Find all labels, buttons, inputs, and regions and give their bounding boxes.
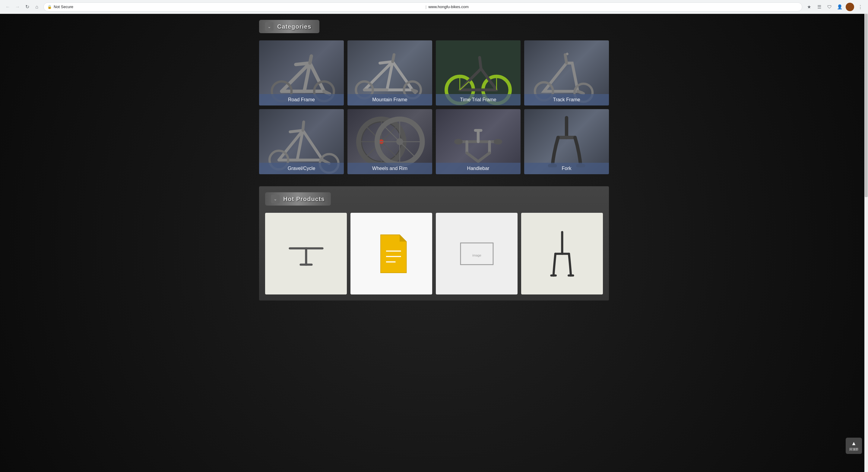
shield-button[interactable]: 🛡 [825,3,834,11]
svg-line-69 [478,153,490,162]
hot-product-image-1 [265,213,347,295]
hot-product-image-2 [350,213,432,295]
fork-label: Fork [524,163,609,174]
svg-line-26 [479,58,481,69]
svg-text:image: image [472,254,481,257]
categories-title: Categories [277,23,311,30]
road-frame-label: Road Frame [259,94,344,105]
bookmark-list-button[interactable]: ☰ [815,3,824,11]
menu-button[interactable]: ⋮ [856,3,864,11]
back-to-top-button[interactable]: ▲ 回顶部 [846,438,862,454]
svg-line-6 [310,56,312,63]
svg-line-30 [565,55,567,63]
account-button[interactable]: 👤 [835,3,844,11]
category-item-handlebar[interactable]: Handlebar [436,109,521,174]
categories-header-bar: ⌄ Categories [259,20,319,33]
svg-line-5 [296,63,310,65]
back-to-top-label: 回顶部 [849,447,858,451]
home-button[interactable]: ⌂ [33,3,41,11]
mountain-frame-label: Mountain Frame [347,94,432,105]
svg-line-32 [578,91,582,93]
back-button[interactable]: ← [4,3,12,11]
forward-button[interactable]: → [13,3,22,11]
hot-product-item-1[interactable] [265,213,347,295]
category-item-mountain-frame[interactable]: Mountain Frame [347,40,432,105]
categories-section-header: ⌄ Categories [259,20,609,33]
hot-products-header-bar: ⌄ Hot Products [265,192,331,206]
hot-product-image-4 [521,213,603,295]
main-container: ⌄ Categories [253,20,615,301]
categories-grid: Road Frame [259,40,609,174]
hot-products-title: Hot Products [283,196,325,203]
gravel-cycle-label: Gravel/Cycle [259,163,344,174]
svg-point-73 [494,139,502,145]
not-secure-label: Not Secure [54,4,424,9]
svg-point-72 [454,139,463,145]
hot-product-item-4[interactable] [521,213,603,295]
address-bar[interactable]: 🔒 Not Secure | www.hongfu-bikes.com [43,2,802,11]
scrollbar-track[interactable] [864,14,868,472]
time-trial-frame-label: Time Trial Frame [436,94,521,105]
page-content: ⌄ Categories [0,14,868,472]
svg-line-42 [303,122,304,131]
category-item-wheels-and-rim[interactable]: Wheels and Rim [347,109,432,174]
svg-line-68 [467,153,478,162]
svg-line-15 [393,55,394,62]
svg-line-14 [380,62,393,63]
url-display: www.hongfu-bikes.com [428,4,798,9]
svg-line-35 [567,53,568,55]
hot-products-section-header: ⌄ Hot Products [265,192,603,206]
hot-product-item-2[interactable] [350,213,432,295]
hot-products-section: ⌄ Hot Products [259,186,609,301]
back-to-top-arrow: ▲ [851,440,857,447]
svg-line-10 [393,62,412,90]
hot-product-item-3[interactable]: image [436,213,518,295]
security-icon: 🔒 [48,5,52,9]
svg-line-40 [290,131,303,132]
category-item-time-trial-frame[interactable]: Time Trial Frame [436,40,521,105]
url-separator: | [426,4,427,9]
browser-chrome: ← → ↻ ⌂ 🔒 Not Secure | www.hongfu-bikes.… [0,0,868,14]
bookmark-star-button[interactable]: ★ [805,3,813,11]
wheels-and-rim-label: Wheels and Rim [347,163,432,174]
user-avatar[interactable] [846,3,854,11]
hot-products-grid: image [265,213,603,295]
category-item-fork[interactable]: Fork [524,109,609,174]
scrollbar-thumb[interactable] [865,14,868,197]
track-frame-label: Track Frame [524,94,609,105]
category-item-track-frame[interactable]: Track Frame [524,40,609,105]
svg-line-1 [310,63,324,91]
categories-chevron-icon: ⌄ [265,22,274,31]
reload-button[interactable]: ↻ [23,3,31,11]
svg-line-4 [324,91,330,94]
svg-line-17 [412,90,416,91]
nav-buttons: ← → ↻ ⌂ [4,3,41,11]
category-item-road-frame[interactable]: Road Frame [259,40,344,105]
svg-line-37 [303,131,323,160]
hot-products-chevron-icon: ⌄ [271,195,280,203]
hot-product-image-3: image [436,213,518,295]
category-item-gravel-cycle[interactable]: Gravel/Cycle [259,109,344,174]
browser-actions: ★ ☰ 🛡 👤 ⋮ [805,3,864,11]
handlebar-label: Handlebar [436,163,521,174]
